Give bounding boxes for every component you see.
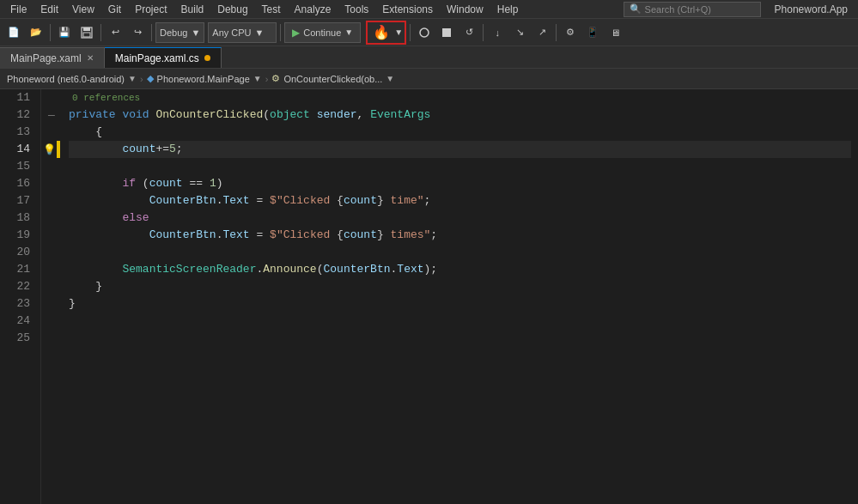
breakpoints-btn[interactable]: [414, 22, 435, 43]
breadcrumb-project-arrow[interactable]: ▼: [128, 74, 137, 83]
p21-2: );: [424, 261, 438, 278]
op-assign: +=: [155, 141, 169, 158]
continue-label: Continue: [303, 27, 341, 38]
menu-build[interactable]: Build: [174, 2, 211, 17]
line-numbers: 11 12 13 14 15 16 17 18 19 20 21 22 23 2…: [0, 89, 41, 504]
brace-close22: }: [95, 278, 102, 295]
save-btn[interactable]: 💾: [54, 22, 75, 43]
breadcrumb-project-label: Phoneword (net6.0-android): [7, 74, 125, 84]
ln-19: 19: [7, 227, 33, 244]
redo-btn[interactable]: ↪: [127, 22, 148, 43]
collapse-icon[interactable]: ─: [48, 110, 55, 120]
step-into-btn[interactable]: ↘: [509, 22, 530, 43]
debug-config-label: Debug: [160, 27, 187, 38]
highlight-bar: [57, 141, 60, 158]
breadcrumb-class-label: Phoneword.MainPage: [157, 74, 250, 84]
semantic-reader: SemanticScreenReader: [122, 261, 256, 278]
restart-btn[interactable]: ↺: [459, 22, 479, 43]
breadcrumb-project[interactable]: Phoneword (net6.0-android) ▼: [3, 72, 140, 86]
dot21: .: [256, 261, 263, 278]
debug-config-arrow: ▼: [191, 27, 200, 38]
kw-if: if: [122, 175, 136, 192]
tab-mainpage-xaml[interactable]: MainPage.xaml ✕: [0, 47, 105, 68]
sp1: [116, 106, 123, 124]
svg-rect-4: [442, 28, 451, 37]
counterbtn21: CounterBtn: [324, 261, 391, 278]
stop-btn[interactable]: [436, 22, 457, 43]
gutter-16: [41, 175, 62, 192]
hot-reload-btn[interactable]: 🔥: [369, 22, 393, 43]
p1: (: [263, 106, 270, 124]
tab-mainpage-xaml-close[interactable]: ✕: [87, 53, 94, 63]
open-btn[interactable]: 📂: [26, 22, 46, 43]
menu-extensions[interactable]: Extensions: [375, 2, 440, 17]
gutter-25: [41, 330, 62, 347]
str19-2: Clicked: [283, 227, 337, 244]
sep5: [410, 24, 411, 41]
counterbtn17: CounterBtn: [149, 192, 216, 209]
breadcrumb-method-icon: ⚙: [271, 73, 280, 84]
str17-2: Clicked: [283, 192, 337, 209]
extra-btn2[interactable]: 📱: [582, 22, 603, 43]
p16-3: ): [216, 175, 223, 192]
cpu-dropdown[interactable]: Any CPU ▼: [208, 22, 277, 43]
dot17: .: [216, 192, 223, 209]
search-icon: 🔍: [630, 3, 642, 15]
breadcrumb-method-arrow[interactable]: ▼: [386, 74, 394, 83]
editor: 11 12 13 14 15 16 17 18 19 20 21 22 23 2…: [0, 89, 858, 504]
menu-edit[interactable]: Edit: [33, 2, 65, 17]
code-content[interactable]: 0 references private void OnCounterClick…: [62, 89, 858, 504]
menu-project[interactable]: Project: [128, 2, 173, 17]
count-ref16: count: [149, 175, 183, 192]
dot19: .: [216, 227, 223, 244]
indent14: [69, 141, 122, 158]
hot-reload-arrow[interactable]: ▼: [394, 27, 403, 37]
str17-1: $": [270, 192, 283, 209]
code-line-21: SemanticScreenReader . Announce ( Counte…: [69, 261, 851, 278]
step-out-btn[interactable]: ↗: [532, 22, 552, 43]
breadcrumb-method[interactable]: ⚙ OnCounterClicked(ob... ▼: [268, 71, 398, 86]
interp17-1: {: [337, 192, 344, 209]
step-over-btn[interactable]: ↓: [487, 22, 508, 43]
menu-window[interactable]: Window: [440, 2, 490, 17]
counterbtn19: CounterBtn: [149, 227, 216, 244]
ln-13: 13: [7, 124, 33, 141]
gutter-12[interactable]: ─: [41, 106, 62, 124]
p16-2: ==: [183, 175, 210, 192]
menu-view[interactable]: View: [65, 2, 101, 17]
code-line-20: [69, 244, 851, 261]
save-all-btn[interactable]: [76, 22, 97, 43]
gutter-15: [41, 158, 62, 175]
ln-20: 20: [7, 244, 33, 261]
gutter-24: [41, 313, 62, 330]
code-line-15: [69, 158, 851, 175]
tab-mainpage-cs[interactable]: MainPage.xaml.cs: [105, 47, 222, 68]
menu-analyze[interactable]: Analyze: [288, 2, 338, 17]
str17-3: time": [384, 192, 424, 209]
extra-btn1[interactable]: ⚙: [560, 22, 581, 43]
debug-config-dropdown[interactable]: Debug ▼: [155, 22, 204, 43]
indent19: [69, 227, 149, 244]
search-box[interactable]: 🔍 Search (Ctrl+Q): [624, 2, 761, 17]
kw-void: void: [122, 106, 149, 124]
menu-file[interactable]: File: [3, 2, 33, 17]
menu-tools[interactable]: Tools: [338, 2, 375, 17]
menu-debug[interactable]: Debug: [210, 2, 254, 17]
undo-btn[interactable]: ↩: [105, 22, 125, 43]
menu-help[interactable]: Help: [490, 2, 526, 17]
sep3: [151, 24, 152, 41]
semi19: ;: [430, 227, 437, 244]
hot-reload-container: 🔥 ▼: [366, 21, 406, 45]
continue-btn[interactable]: ▶ Continue ▼: [284, 22, 361, 43]
breadcrumb-class-arrow[interactable]: ▼: [253, 74, 262, 83]
type-object: object: [270, 106, 310, 124]
breadcrumb-class[interactable]: ◆ Phoneword.MainPage ▼: [143, 71, 265, 86]
lightbulb-icon[interactable]: 💡: [43, 143, 56, 155]
ln-16: 16: [7, 175, 33, 192]
type-eventargs: EventArgs: [370, 106, 430, 124]
menu-test[interactable]: Test: [255, 2, 288, 17]
new-file-btn[interactable]: 📄: [3, 22, 24, 43]
menu-git[interactable]: Git: [101, 2, 128, 17]
extra-btn3[interactable]: 🖥: [605, 22, 625, 43]
sep2: [100, 24, 101, 41]
